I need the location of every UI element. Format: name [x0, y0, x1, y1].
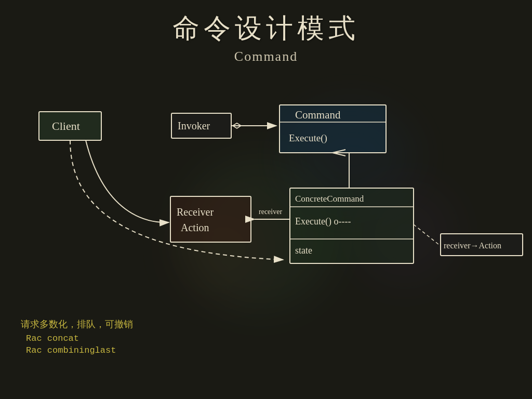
note-text: 请求多数化，排队，可撤销: [21, 318, 133, 330]
svg-text:ConcreteCommand: ConcreteCommand: [295, 194, 364, 204]
svg-rect-13: [170, 196, 251, 242]
svg-text:Invoker: Invoker: [178, 120, 210, 131]
svg-text:Receiver: Receiver: [177, 206, 214, 218]
svg-text:Execute()  o----: Execute() o----: [295, 216, 351, 227]
svg-text:Command: Command: [295, 109, 341, 121]
svg-text:Client: Client: [52, 119, 80, 132]
svg-text:receiver: receiver: [259, 208, 282, 216]
svg-text:Action: Action: [181, 222, 209, 233]
svg-text:Execute(): Execute(): [289, 132, 327, 144]
code-line-2: Rac combininglast: [26, 345, 133, 355]
svg-text:receiver→Action: receiver→Action: [444, 241, 501, 250]
code-line-1: Rac concat: [26, 334, 133, 343]
title-english: Command: [0, 49, 532, 64]
title-area: 命令设计模式 Command: [0, 10, 532, 64]
svg-text:state: state: [295, 245, 312, 256]
bottom-text: 请求多数化，排队，可撤销 Rac concat Rac combininglas…: [21, 318, 133, 357]
svg-line-28: [414, 224, 439, 245]
title-chinese: 命令设计模式: [0, 10, 532, 47]
